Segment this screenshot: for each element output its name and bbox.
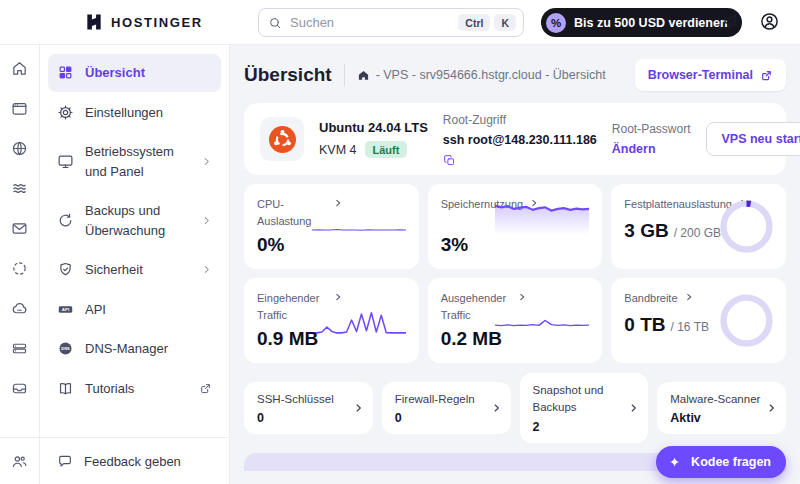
refresh-icon: [57, 212, 74, 229]
announcements-button[interactable]: [719, 9, 745, 35]
discount-icon: %: [546, 13, 566, 33]
sidebar-item-backups[interactable]: Backups und Überwachung: [48, 192, 221, 249]
kodee-assistant-button[interactable]: Kodee fragen: [656, 446, 786, 478]
brand-name: HOSTINGER: [111, 15, 203, 30]
disk-donut-chart: [719, 199, 774, 254]
topbar: HOSTINGER Suchen Ctrl K % Bis zu 500 USD…: [0, 0, 800, 45]
app-rail: [0, 45, 40, 484]
sidebar-item-uebersicht[interactable]: Übersicht: [48, 54, 221, 92]
rail-hosting-icon[interactable]: [11, 180, 28, 197]
account-icon: [759, 11, 780, 32]
bandwidth-donut-chart: [719, 293, 774, 348]
metrics-row-1: CPU-Auslastung 0% Speichernutzung 3% Fes…: [244, 184, 786, 269]
breadcrumb: - VPS - srv954666.hstgr.cloud - Übersich…: [357, 68, 635, 82]
change-password-link[interactable]: Ändern: [612, 142, 691, 156]
key-k: K: [494, 14, 516, 31]
hostinger-hpanel: HOSTINGER Suchen Ctrl K % Bis zu 500 USD…: [0, 0, 800, 484]
rail-email-icon[interactable]: [11, 220, 28, 237]
svg-text:API: API: [62, 307, 69, 312]
svg-text:DNS: DNS: [61, 346, 70, 351]
cpu-usage-card[interactable]: CPU-Auslastung 0%: [244, 184, 419, 269]
rail-referrals-icon[interactable]: [11, 453, 28, 470]
chevron-right-icon: [201, 156, 212, 167]
inbound-sparkline: [312, 305, 406, 335]
home-icon[interactable]: [357, 69, 370, 82]
quick-links-row: SSH-Schlüssel 0 Firewall-Regeln 0 Snapsh…: [244, 373, 786, 443]
key-ctrl: Ctrl: [458, 14, 490, 31]
dns-icon: DNS: [57, 340, 74, 357]
chevron-right-icon: [333, 198, 343, 208]
hostinger-logo-icon: [84, 12, 104, 32]
search-shortcut: Ctrl K: [458, 14, 516, 31]
external-link-icon: [199, 382, 212, 395]
vps-sidebar: Übersicht Einstellungen Betriebssystem u…: [40, 45, 230, 484]
outbound-traffic-card[interactable]: Ausgehender Traffic 0.2 MB: [428, 278, 603, 363]
copy-icon[interactable]: [443, 153, 597, 166]
snapshot-backups-card[interactable]: Snapshot und Backups 2: [520, 373, 649, 443]
chevron-right-icon: [628, 402, 639, 413]
sidebar-item-api[interactable]: API API: [48, 291, 221, 329]
dashboard-grid-icon: [57, 64, 74, 81]
chevron-right-icon: [201, 215, 212, 226]
feedback-button[interactable]: Feedback geben: [40, 437, 229, 484]
ssh-command: ssh root@148.230.111.186: [443, 133, 597, 147]
header-divider: [344, 64, 345, 86]
bandwidth-card[interactable]: Bandbreite 0 TB/ 16 TB: [611, 278, 786, 363]
status-badge: Läuft: [365, 141, 408, 158]
chevron-right-icon: [333, 292, 343, 302]
page-title: Übersicht: [244, 64, 332, 86]
sidebar-item-betriebssystem[interactable]: Betriebssystem und Panel: [48, 133, 221, 190]
hostinger-logo[interactable]: HOSTINGER: [84, 12, 203, 32]
chevron-right-icon: [684, 292, 694, 302]
sidebar-menu: Übersicht Einstellungen Betriebssystem u…: [40, 45, 229, 416]
memory-usage-card[interactable]: Speichernutzung 3%: [428, 184, 603, 269]
kodee-label: Kodee fragen: [691, 455, 771, 469]
kodee-icon: [667, 454, 683, 470]
book-icon: [57, 380, 74, 397]
feedback-label: Feedback geben: [84, 454, 181, 469]
chevron-right-icon: [353, 402, 364, 413]
server-info-card: Ubuntu 24.04 LTS KVM 4 Läuft Root-Zugrif…: [244, 103, 786, 175]
rail-cloud-icon[interactable]: [11, 300, 28, 317]
sidebar-item-sicherheit[interactable]: Sicherheit: [48, 251, 221, 289]
rail-home-icon[interactable]: [11, 60, 28, 77]
sidebar-item-tutorials[interactable]: Tutorials: [48, 370, 221, 408]
sidebar-item-dns-manager[interactable]: DNS DNS-Manager: [48, 330, 221, 368]
root-access-block: Root-Zugriff ssh root@148.230.111.186: [443, 113, 597, 166]
chevron-right-icon: [491, 402, 502, 413]
gear-icon: [57, 104, 74, 121]
search-input[interactable]: Suchen Ctrl K: [258, 8, 524, 37]
outbound-sparkline: [495, 309, 589, 335]
root-password-block: Root-Passwort Ändern: [612, 122, 691, 156]
cpu-sparkline: [312, 220, 406, 238]
main-content: Übersicht - VPS - srv954666.hstgr.cloud …: [230, 45, 800, 484]
shield-check-icon: [57, 261, 74, 278]
server-os-plan: Ubuntu 24.04 LTS KVM 4 Läuft: [319, 120, 428, 158]
browser-terminal-button[interactable]: Browser-Terminal: [635, 59, 786, 91]
rail-billing-icon[interactable]: [11, 380, 28, 397]
ubuntu-icon: [269, 126, 296, 153]
chevron-right-icon: [766, 402, 777, 413]
restart-vps-button[interactable]: VPS neu starten: [706, 122, 800, 156]
rail-servers-icon[interactable]: [11, 340, 28, 357]
account-menu-button[interactable]: [756, 9, 782, 35]
referral-promo-button[interactable]: % Bis zu 500 USD verdienen: [541, 8, 742, 37]
rail-domains-icon[interactable]: [11, 140, 28, 157]
malware-scanner-card[interactable]: Malware-Scanner Aktiv: [657, 382, 786, 434]
inbound-traffic-card[interactable]: Eingehender Traffic 0.9 MB: [244, 278, 419, 363]
ssh-keys-card[interactable]: SSH-Schlüssel 0: [244, 382, 373, 434]
chevron-right-icon: [517, 292, 527, 302]
rail-websites-icon[interactable]: [11, 100, 28, 117]
sidebar-item-einstellungen[interactable]: Einstellungen: [48, 94, 221, 132]
search-placeholder: Suchen: [290, 15, 450, 30]
api-icon: API: [57, 301, 74, 318]
page-header: Übersicht - VPS - srv954666.hstgr.cloud …: [244, 58, 786, 92]
promo-label: Bis zu 500 USD verdienen: [574, 16, 728, 30]
memory-sparkline: [495, 193, 589, 235]
monitor-icon: [57, 153, 74, 170]
disk-usage-card[interactable]: Festplattenauslastung 3 GB/ 200 GB: [611, 184, 786, 269]
server-plan: KVM 4: [319, 143, 357, 157]
rail-vps-icon[interactable]: [11, 260, 28, 277]
firewall-rules-card[interactable]: Firewall-Regeln 0: [382, 382, 511, 434]
rail-footer: [0, 437, 39, 484]
